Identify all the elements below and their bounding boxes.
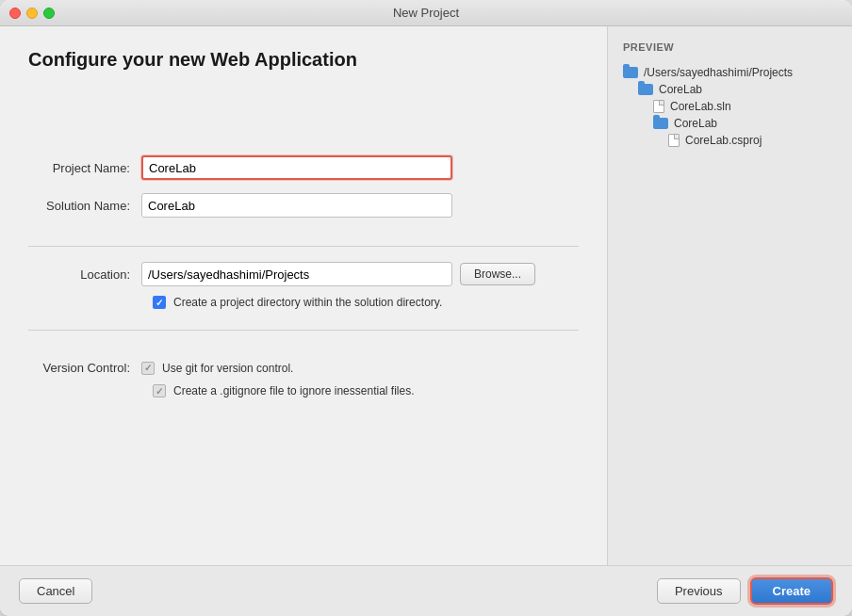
form-area: Project Name: Solution Name: Location: B…	[28, 99, 579, 543]
title-bar: New Project	[0, 0, 852, 26]
tree-root-label: /Users/sayedhashimi/Projects	[644, 66, 793, 79]
file-icon	[653, 100, 664, 113]
footer-right: Previous Create	[657, 577, 833, 605]
use-git-checkbox[interactable]	[141, 362, 155, 375]
location-label: Location:	[28, 267, 141, 282]
separator-1	[28, 246, 579, 247]
project-name-input[interactable]	[141, 155, 452, 180]
project-name-row: Project Name:	[28, 155, 579, 180]
cancel-button[interactable]: Cancel	[19, 578, 92, 604]
tree-item-corelab-sln: CoreLab.sln	[623, 98, 837, 115]
gitignore-label: Create a .gitignore file to ignore iness…	[173, 384, 414, 397]
version-control-label: Version Control:	[28, 361, 141, 375]
tree-item-label: CoreLab.sln	[670, 100, 731, 113]
gitignore-row: Create a .gitignore file to ignore iness…	[153, 384, 579, 397]
window-title: New Project	[393, 6, 459, 20]
version-control-row: Version Control: Use git for version con…	[28, 361, 579, 375]
create-dir-checkbox[interactable]	[153, 296, 166, 309]
location-row: Location: Browse...	[28, 262, 579, 286]
preview-title: PREVIEW	[623, 41, 837, 53]
solution-name-label: Solution Name:	[28, 199, 141, 213]
solution-name-input[interactable]	[141, 193, 452, 218]
use-git-label: Use git for version control.	[162, 362, 293, 375]
minimize-button[interactable]	[26, 8, 38, 19]
main-content: Configure your new Web Application Proje…	[0, 26, 852, 565]
version-control-section: Version Control: Use git for version con…	[28, 361, 579, 403]
right-panel: PREVIEW /Users/sayedhashimi/Projects Cor…	[607, 26, 852, 565]
window: New Project Configure your new Web Appli…	[0, 0, 852, 616]
tree-root: /Users/sayedhashimi/Projects	[623, 64, 837, 81]
tree-item-label: CoreLab	[674, 117, 717, 130]
previous-button[interactable]: Previous	[657, 578, 741, 604]
footer: Cancel Previous Create	[0, 565, 852, 616]
tree-item-label: CoreLab	[659, 83, 702, 96]
file-icon	[668, 134, 680, 147]
create-button[interactable]: Create	[750, 577, 833, 605]
page-title: Configure your new Web Application	[28, 49, 579, 71]
browse-button[interactable]: Browse...	[460, 263, 535, 285]
tree-item-corelab-folder: CoreLab	[623, 81, 837, 98]
folder-icon	[623, 67, 638, 78]
close-button[interactable]	[9, 8, 21, 19]
tree-item-corelab-subfolder: CoreLab	[623, 115, 837, 132]
location-input[interactable]	[141, 262, 452, 286]
solution-name-row: Solution Name:	[28, 193, 579, 218]
separator-2	[28, 330, 579, 331]
tree-item-label: CoreLab.csproj	[685, 134, 762, 147]
maximize-button[interactable]	[43, 8, 55, 19]
traffic-lights	[9, 8, 55, 19]
gitignore-checkbox[interactable]	[153, 384, 166, 397]
folder-icon	[653, 118, 668, 129]
project-name-label: Project Name:	[28, 161, 141, 175]
folder-icon	[638, 84, 653, 95]
create-dir-row: Create a project directory within the so…	[153, 296, 579, 309]
tree-item-corelab-csproj: CoreLab.csproj	[623, 132, 837, 149]
create-dir-label: Create a project directory within the so…	[173, 296, 442, 309]
left-panel: Configure your new Web Application Proje…	[0, 26, 607, 565]
